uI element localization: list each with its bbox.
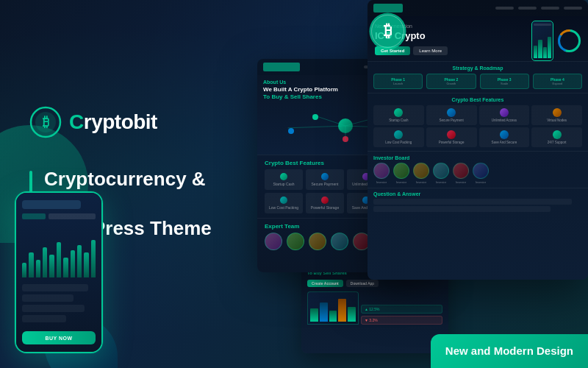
qa-items [373,199,582,212]
btc-decoration: ₿ [368,11,408,54]
chart-bar [49,255,54,277]
stat-cards: ▲ 12.5% ▼ 3.2% [361,305,442,325]
feature-dot [321,173,329,180]
main-feature-item: Powerful Storage [426,127,477,147]
feature-label: Powerful Storage [311,205,339,210]
qa-section: Question & Answer [368,188,588,215]
main-feature-item: 24/7 Support [531,127,582,147]
phone-row [22,315,66,322]
cryptobit-logo-icon: ₿ [29,106,62,138]
investor-item: Investor [373,163,390,184]
chart-bar [84,252,88,277]
phone-chart [22,224,96,281]
hero-phone-graphic [531,21,582,61]
chart-bar [29,252,33,277]
chart-bar [91,240,96,277]
strategy-section: Strategy & Roadmap Phase 1 Launch Phase … [368,61,588,93]
feature-item-storage: Powerful Storage [306,193,344,213]
feature-item-lowcost: Low Cost Packing [265,193,303,213]
svg-text:₿: ₿ [384,21,392,40]
phone-row [22,294,74,302]
logo-area[interactable]: ₿ Cryptobit [29,106,228,138]
feature-item-startup: Startup Cash [265,169,303,190]
chart-bar [63,258,68,277]
main-feature-grid: Startup Cash Secure Payment Unlimited Ac… [373,105,582,147]
phone-buy-button[interactable]: BUY NOW [22,331,96,344]
circular-chart [556,28,582,54]
main-features-title: Crypto Best Features [373,97,582,102]
screen-logo [263,63,300,71]
roadmap-step: Phase 2 Growth [426,74,476,89]
team-avatar [287,233,304,250]
chart-bar [43,247,47,277]
nav-item [541,7,559,10]
main-features-section: Crypto Best Features Startup Cash Secure… [368,93,588,151]
chart-bar [36,260,40,277]
phone-header [22,200,81,209]
tertiary-buttons: Create Account Download App [307,280,442,287]
investor-item: Investor [413,163,429,184]
nav-item [518,7,537,10]
feature-label: Low Cost Packing [269,205,298,210]
chart-bar [57,242,61,277]
hero-learn-button[interactable]: Learn More [413,46,448,55]
nav-item [495,7,514,10]
chart-bar [71,250,75,277]
strategy-title: Strategy & Roadmap [373,66,582,71]
mini-phone [531,21,553,61]
logo-letter: C [69,110,84,133]
svg-line-8 [288,126,345,128]
main-feature-item: Unlimited Access [479,105,530,125]
new-design-badge: New and Modern Design [431,334,588,368]
phone-row [22,284,88,291]
roadmap-step: Phase 1 Launch [373,74,423,89]
nav-item [564,7,582,10]
tertiary-btn-2[interactable]: Download App [346,280,379,287]
main-feature-item: Secure Payment [426,105,477,125]
tertiary-btn-1[interactable]: Create Account [307,280,343,287]
feature-dot [321,197,329,204]
main-feature-item: Startup Cash [373,105,424,125]
investor-item: Investor [453,163,469,184]
chart-bar [77,245,82,277]
badge-label: New and Modern Design [445,344,573,357]
main-feature-item: Low Cost Packing [373,127,424,147]
phone-body: BUY NOW [15,191,103,353]
team-avatar [331,233,348,250]
screenshots-area: ₿ About Us We Built A Crypto Platform To… [243,0,588,368]
investor-item: Investor [473,163,489,184]
feature-item-secure: Secure Payment [306,169,344,190]
roadmap-steps: Phase 1 Launch Phase 2 Growth Phase 3 Sc… [373,74,582,89]
roadmap-step: Phase 4 Expand [533,74,582,89]
svg-text:₿: ₿ [43,115,49,130]
phone-mockup: BUY NOW [15,191,103,353]
chart-bar [22,263,26,277]
investor-avatars: Investor Investor Investor Investor Inve… [373,163,582,184]
main-feature-item: Virtual Nodes [531,105,582,125]
monitor-graphic: ▲ 12.5% ▼ 3.2% [307,291,442,325]
investor-item: Investor [393,163,409,184]
qa-item [373,199,572,205]
investor-item: Investor [433,163,449,184]
phone-screen: BUY NOW [16,193,101,352]
investor-title: Investor Board [373,155,582,160]
roadmap-step: Phase 3 Scale [480,74,529,89]
qa-title: Question & Answer [373,191,582,197]
feature-dot [280,197,287,204]
feature-dot [280,173,287,180]
team-avatar [265,233,282,250]
svg-line-6 [312,115,345,126]
phone-btn-label: BUY NOW [45,336,72,341]
investor-section: Investor Board Investor Investor Investo… [368,151,588,188]
bitcoin-circle-icon: ₿ [368,11,408,52]
logo-text: Cryptobit [69,110,157,134]
team-avatar [309,233,326,250]
feature-label: Secure Payment [312,182,339,186]
qa-item [373,206,551,212]
phone-row [22,305,85,312]
main-feature-item: Save And Secure [479,127,530,147]
feature-label: Startup Cash [273,182,294,186]
mini-monitor [307,291,359,325]
